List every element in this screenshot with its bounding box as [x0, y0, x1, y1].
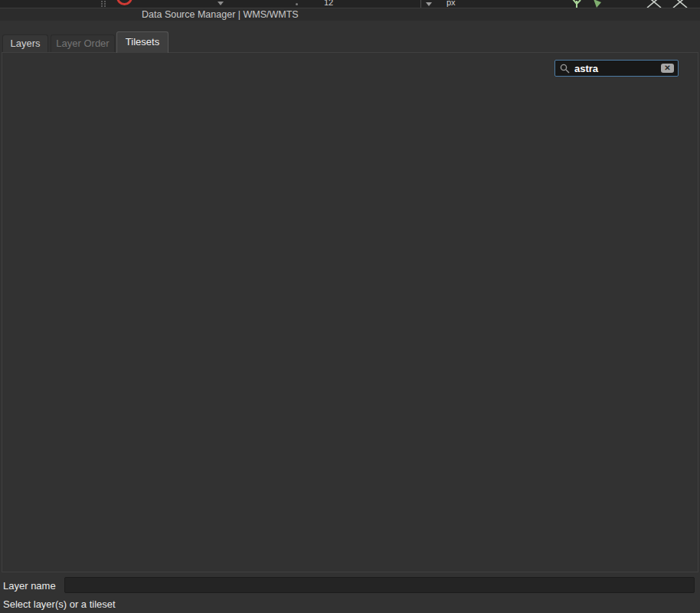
dialog-title: Data Source Manager | WMS/WMTS — [142, 9, 299, 21]
red-ring-icon[interactable] — [116, 0, 132, 5]
status-text: Select layer(s) or a tileset — [3, 598, 116, 610]
font-size-value[interactable]: 12 — [324, 0, 333, 7]
tab-layer-order-label: Layer Order — [56, 38, 109, 49]
combo-separator — [420, 0, 421, 8]
cross-icons[interactable] — [646, 0, 696, 8]
dot-icon — [296, 3, 298, 5]
search-input[interactable] — [574, 61, 657, 75]
dialog-title-bar: Data Source Manager | WMS/WMTS — [0, 8, 700, 21]
dropdown-arrow-icon[interactable] — [218, 2, 224, 5]
tab-layers[interactable]: Layers — [2, 34, 48, 52]
vegetation-icons[interactable] — [571, 0, 618, 8]
clear-search-icon[interactable]: ✕ — [661, 64, 674, 73]
unit-label: px — [446, 0, 456, 7]
tab-layer-order[interactable]: Layer Order — [51, 34, 115, 52]
tab-tilesets[interactable]: Tilesets — [116, 31, 168, 53]
tilesets-pane — [2, 52, 698, 572]
tab-layers-label: Layers — [10, 38, 40, 49]
background-app-toolbar: 12 px — [0, 0, 700, 8]
data-source-manager-dialog: 12 px Data Source Manager | WMS/WMTS Lay… — [0, 0, 700, 613]
layer-name-input[interactable] — [64, 577, 695, 593]
tab-tilesets-label: Tilesets — [126, 36, 159, 48]
search-icon — [560, 64, 570, 74]
combo-dropdown-arrow-icon[interactable] — [426, 2, 432, 6]
toolbar-grip-icon[interactable] — [101, 1, 103, 2]
layer-name-label: Layer name — [3, 580, 56, 592]
search-box: ✕ — [554, 60, 679, 77]
